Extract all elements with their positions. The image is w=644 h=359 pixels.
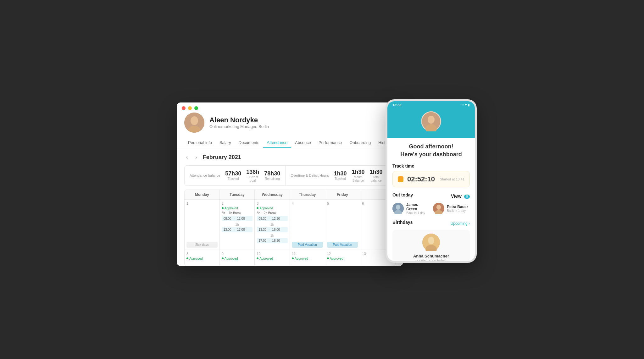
day-number: 8 [186, 252, 218, 256]
person-avatar-james [392, 203, 404, 214]
tracked-value: 57h30 [225, 170, 241, 177]
next-month-button[interactable]: › [193, 153, 199, 162]
goal-stat: 136h Current goal [246, 169, 259, 182]
ot-tracked-stat: 1h30 Tracked [334, 170, 347, 180]
close-dot[interactable] [182, 106, 186, 110]
approved-text: Approved [225, 207, 238, 210]
prev-month-button[interactable]: ‹ [184, 153, 190, 162]
mobile-header [387, 109, 475, 138]
slot-start: 08:00 [224, 217, 231, 220]
remaining-stat: 78h30 Remaining [264, 170, 280, 180]
track-time-title: Track time [392, 163, 470, 168]
calendar-day-11[interactable]: 11 Approved [290, 250, 325, 266]
ot-tracked-label: Tracked [334, 177, 347, 180]
approved-text: Approved [259, 207, 273, 210]
birthday-person-sub: is celebrating today! [416, 258, 447, 262]
person-name: Petra Bauer [447, 205, 468, 209]
out-today-section: Out today View 9 [392, 192, 470, 215]
mobile-greeting: Good afternoon! Here's your dashboard [392, 143, 470, 158]
time-slot-1: 08:00 → 12:00 [222, 216, 253, 221]
tab-personal-info[interactable]: Personal info [184, 138, 216, 148]
employee-name: Aleen Nordyke [209, 116, 269, 124]
calendar-day-3[interactable]: 3 Approved 8h + 2h Break 08:30 → 12:30 [255, 199, 290, 250]
approved-dot-icon [186, 257, 188, 259]
timer-value: 02:52:10 [407, 175, 436, 183]
approved-text: Approved [259, 257, 273, 260]
ot-month-value: 1h30 [352, 169, 364, 175]
col-tuesday: Tuesday [220, 190, 255, 199]
slot-end: 12:30 [272, 217, 280, 220]
calendar-day-5[interactable]: 5 Paid Vacation [325, 199, 360, 250]
slot-start: 17:00 [258, 239, 266, 242]
calendar-day-12[interactable]: 12 Approved [325, 250, 360, 266]
day-number: 12 [327, 252, 358, 256]
approved-badge: Approved [257, 207, 288, 210]
break-divider: 1h [222, 223, 253, 226]
arrow-icon: → [233, 217, 236, 220]
person-info-james: James Green Back in 1 day [406, 202, 429, 215]
approved-dot-icon [222, 207, 224, 209]
approved-badge: Approved [222, 207, 253, 210]
approved-badge: Approved [292, 257, 323, 260]
view-link[interactable]: View 9 [451, 193, 470, 199]
calendar-day-1[interactable]: 1 Sick days [185, 199, 220, 250]
ot-total-label: Total balance [369, 175, 382, 182]
col-thursday: Thursday [290, 190, 325, 199]
sick-days-bar: Sick days [186, 242, 218, 248]
desktop-app: Aleen Nordyke Onlinemarketing Manager, B… [177, 102, 403, 266]
tracked-label: Tracked [225, 177, 241, 180]
attendance-balance-group: Attendance balance 57h30 Tracked 136h Cu… [185, 166, 286, 185]
profile-section: Aleen Nordyke Onlinemarketing Manager, B… [177, 113, 403, 138]
overtime-label: Overtime & Deficit Hours [291, 174, 329, 177]
out-today-header: Out today View 9 [392, 192, 470, 200]
tab-salary[interactable]: Salary [216, 138, 235, 148]
approved-dot-icon [292, 257, 294, 259]
slot-end: 17:00 [237, 228, 245, 231]
person-info-petra: Petra Bauer Back in 1 day [447, 205, 468, 213]
approved-text: Approved [225, 257, 238, 260]
approved-badge: Approved [222, 257, 253, 260]
upcoming-link[interactable]: Upcoming › [451, 221, 470, 226]
break-divider-2: 1h [257, 234, 288, 237]
break-label: 8h + 1h Break [222, 211, 253, 215]
tab-attendance[interactable]: Attendance [263, 138, 291, 148]
tab-documents[interactable]: Documents [235, 138, 263, 148]
signal-icon: ▪▪▪ [460, 103, 464, 107]
vacation-bar: Paid Vacation [292, 242, 323, 248]
goal-label: Current goal [246, 175, 259, 182]
tab-onboarding[interactable]: Onboarding [346, 138, 375, 148]
birthdays-title: Birthdays [392, 220, 413, 225]
person-avatar-petra [433, 203, 444, 214]
person-back: Back in 1 day [406, 211, 429, 215]
tab-absence[interactable]: Absence [291, 138, 315, 148]
calendar-day-2[interactable]: 2 Approved 8h + 1h Break 08:00 → 12:00 [220, 199, 255, 250]
day-number: 3 [257, 202, 288, 205]
calendar-grid: Monday Tuesday Wednesday Thursday Friday… [184, 190, 396, 266]
month-title: February 2021 [203, 154, 241, 161]
time-slot-1: 08:30 → 12:30 [257, 216, 288, 221]
timer-started: Started at 10:41 [440, 177, 464, 181]
tab-performance[interactable]: Performance [315, 138, 346, 148]
calendar-day-10[interactable]: 10 Approved [255, 250, 290, 266]
track-time-section: Track time 02:52:10 Started at 10:41 [392, 163, 470, 187]
profile-text: Aleen Nordyke Onlinemarketing Manager, B… [209, 116, 269, 129]
tracked-stat: 57h30 Tracked [225, 170, 241, 180]
avatar [184, 113, 204, 133]
timer-card[interactable]: 02:52:10 Started at 10:41 [392, 171, 470, 187]
time-slot-2: 13:30 → 16:00 [257, 227, 288, 232]
fullscreen-dot[interactable] [194, 106, 198, 110]
people-row: James Green Back in 1 day [392, 202, 470, 215]
birthday-avatar [422, 234, 440, 251]
calendar-day-8[interactable]: 8 Approved [185, 250, 220, 266]
calendar-week-1: 1 Sick days 2 Approved [185, 199, 395, 250]
calendar-day-9[interactable]: 9 Approved [220, 250, 255, 266]
person-name: James Green [406, 202, 429, 211]
timer-dot-icon [398, 176, 403, 182]
birthday-person-name: Anna Schumacher [413, 254, 449, 258]
day-number: 9 [222, 252, 253, 256]
birthdays-header: Birthdays Upcoming › [392, 220, 470, 227]
mobile-status-bar: 13:33 ▪▪▪ ▾ ▮ [387, 101, 475, 109]
svg-point-7 [396, 205, 400, 210]
minimize-dot[interactable] [188, 106, 192, 110]
calendar-day-4[interactable]: 4 Paid Vacation [290, 199, 325, 250]
